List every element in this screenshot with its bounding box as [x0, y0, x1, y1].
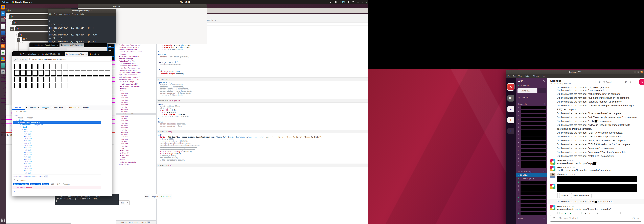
- firefox-tab-0[interactable]: Time | VisualMod✕: [19, 52, 41, 56]
- inherited-from[interactable]: tr: [168, 78, 170, 80]
- bell-icon[interactable]: [543, 80, 545, 83]
- threads-item[interactable]: @Threads: [516, 96, 548, 99]
- dom-node[interactable]: ▼<table class="gentable">: [116, 83, 156, 85]
- message[interactable]: Ok! I've marked the reminder "catch 9:11…: [550, 154, 641, 158]
- filter-chip-logs[interactable]: Logs: [30, 183, 36, 185]
- message-input[interactable]: Message Slackbot @ ☺: [550, 215, 642, 222]
- dock-item-chrome[interactable]: [0, 57, 5, 61]
- crumb-tr[interactable]: tr: [42, 175, 44, 177]
- search-input[interactable]: Search: [602, 80, 623, 84]
- channel-item[interactable]: #: [516, 117, 548, 121]
- filter-chip-xhr[interactable]: XHR: [56, 183, 61, 185]
- workspace-icon-1[interactable]: DL: [508, 95, 514, 102]
- delete-button[interactable]: Delete: [559, 193, 570, 198]
- slack-menu-file[interactable]: File: [508, 75, 510, 77]
- message-group[interactable]: simmons12:35 PM: [550, 173, 641, 182]
- terminal-titlebar[interactable]: andrew@andrew-ltp: ~: [48, 8, 116, 13]
- crumb-tbody[interactable]: tbody: [36, 175, 41, 177]
- crumb-tr[interactable]: tr: [145, 222, 146, 223]
- message[interactable]: Ok! I've marked the reminder "reply " as…: [550, 119, 641, 123]
- dom-node[interactable]: <p>2019-07-01</p>: [116, 81, 156, 83]
- inherited-from[interactable]: table.gentab…: [168, 100, 181, 102]
- channel-item[interactable]: #: [516, 152, 548, 156]
- dm-self[interactable]: simmons (you): [516, 177, 548, 180]
- dom-node[interactable]: </table>: [116, 159, 156, 161]
- dock-item-terminal[interactable]: >_: [0, 37, 5, 42]
- search-box[interactable]: [45, 48, 67, 51]
- message-group[interactable]: DeleteView Reminders: [550, 184, 641, 198]
- elements-breadcrumb[interactable]: …maindivarticletabletbodytrtd: [116, 221, 156, 224]
- dom-node[interactable]: ▼<tr>: [116, 90, 156, 92]
- home-icon[interactable]: ⌂: [25, 58, 26, 60]
- dm-header[interactable]: Direct Messages ⊕: [516, 170, 548, 173]
- inherited-from[interactable]: html: [168, 164, 172, 166]
- devtool-tab-inspector[interactable]: Inspector: [12, 105, 25, 110]
- markup-node[interactable]: <td></td>: [13, 144, 101, 147]
- kebab-icon[interactable]: ⋮: [634, 81, 637, 84]
- message[interactable]: Ok! I've marked the reminder "leave now"…: [550, 146, 641, 150]
- dom-node[interactable]: <td></td>: [116, 136, 156, 138]
- crumb-body[interactable]: body: [18, 175, 22, 177]
- dom-node[interactable]: 1200px; height:840px; border-: [116, 71, 156, 74]
- dom-node[interactable]: style: solid; border-color:: [116, 74, 156, 76]
- slackbot-avatar[interactable]: [550, 159, 556, 165]
- slackbot-avatar[interactable]: [550, 166, 556, 171]
- temperature-indicator[interactable]: 5%: [339, 1, 345, 3]
- close-icon[interactable]: ✕: [57, 44, 58, 46]
- markup-node[interactable]: <html>: [13, 114, 101, 117]
- delete-button[interactable]: Delete: [583, 212, 594, 214]
- paperclip-icon[interactable]: [552, 217, 555, 220]
- reload-icon[interactable]: ⟳: [22, 58, 24, 60]
- wifi-icon[interactable]: [352, 1, 354, 3]
- markup-node[interactable]: <td></td>: [13, 142, 101, 144]
- inherited-from[interactable]: body: [168, 131, 172, 133]
- markup-node[interactable]: <td></td>: [13, 149, 101, 151]
- tab-border-css-mdn[interactable]: border - CSS: Cascadin: [60, 43, 84, 47]
- dom-node[interactable]: assets/tiles.png')">…</div>: [116, 78, 156, 81]
- filter-chip-warnings[interactable]: Warnings: [20, 183, 29, 185]
- slack-tray-icon[interactable]: [330, 1, 332, 3]
- message[interactable]: Ok! I've marked the reminder "set 2FA up…: [550, 115, 641, 119]
- markup-node[interactable]: ▼ <tr>: [13, 128, 101, 131]
- message[interactable]: Ok! I've marked the reminder "DECRA work…: [550, 135, 641, 139]
- chevron-down-icon[interactable]: ▾: [366, 1, 367, 3]
- message[interactable]: Ok! I've marked the reminder "splunk at …: [550, 100, 641, 104]
- dom-node[interactable]: <a class="u-url" href="/: [116, 62, 156, 64]
- dom-node[interactable]: ▶<colgroup>…</colgroup>: [116, 85, 156, 87]
- firefox-tab-1[interactable]: http://127.0.0.1:400✕: [41, 52, 65, 56]
- dom-node[interactable]: <td></td>: [116, 127, 156, 129]
- markup-node[interactable]: ▼ <body>: [13, 119, 101, 121]
- dom-node[interactable]: red; background-image: url('/: [116, 76, 156, 78]
- markup-node[interactable]: <td></td>: [13, 158, 101, 160]
- workspace-icon-4[interactable]: +: [508, 128, 514, 134]
- menu-edit[interactable]: Edit: [54, 13, 57, 15]
- channel-item[interactable]: #: [516, 137, 548, 141]
- markup-node[interactable]: <td></td>: [13, 167, 101, 170]
- menu-view[interactable]: View: [59, 13, 62, 15]
- elements-panel[interactable]: <!doctype html><html lang="en" prefix="c…: [116, 18, 156, 224]
- markup-node[interactable]: <td></td>: [13, 151, 101, 154]
- markup-node[interactable]: <td></td>: [13, 163, 101, 165]
- app-menu[interactable]: Google Chrome▾: [12, 1, 32, 3]
- dom-node[interactable]: <td></td>: [116, 124, 156, 127]
- dm-item[interactable]: [516, 211, 548, 215]
- filter-chip-css[interactable]: CSS: [50, 183, 55, 185]
- channel-item[interactable]: #: [516, 121, 548, 125]
- dom-node[interactable]: <td></td>: [116, 108, 156, 110]
- markup-node[interactable]: <td></td>: [13, 156, 101, 158]
- channel-item[interactable]: #: [516, 106, 548, 110]
- message[interactable]: Ok! I've marked the reminder "lunch, the…: [550, 139, 641, 142]
- crumb-td[interactable]: td: [45, 175, 48, 178]
- markup-node[interactable]: <td></td>: [13, 170, 101, 172]
- message[interactable]: Ok! I've marked the reminder "DECRA work…: [550, 131, 641, 135]
- markup-node[interactable]: <td></td>: [13, 135, 101, 137]
- dom-node[interactable]: "articleBody">…</div>: [116, 60, 156, 62]
- crumb-table[interactable]: table: [134, 222, 138, 223]
- back-icon[interactable]: ←: [14, 57, 18, 61]
- crumb-table.gentable[interactable]: table.gentable: [24, 175, 35, 177]
- dm-item[interactable]: [516, 207, 548, 211]
- devtool-tab-memo[interactable]: Memo: [80, 105, 91, 110]
- crumb-html[interactable]: html: [14, 175, 17, 177]
- dock-item-thunderbird[interactable]: [0, 11, 5, 16]
- dom-node[interactable]: </tbody>: [116, 156, 156, 159]
